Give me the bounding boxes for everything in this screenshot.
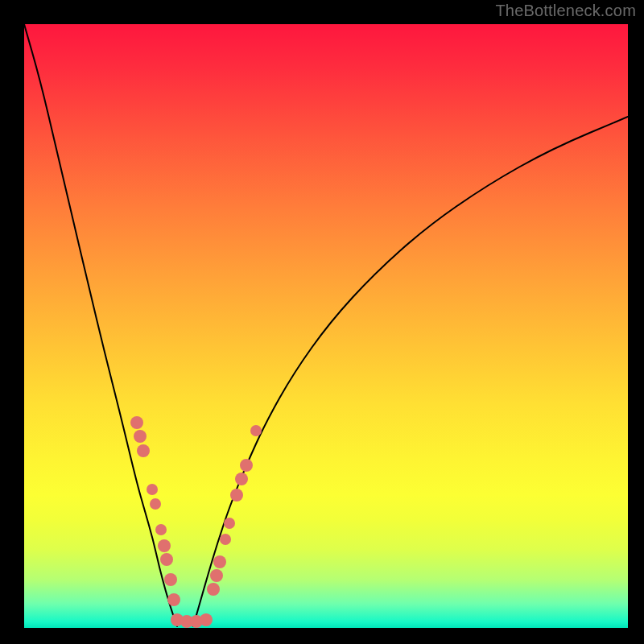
bead-marker xyxy=(200,613,213,626)
watermark-text: TheBottleneck.com xyxy=(495,2,636,20)
chart-stage: TheBottleneck.com xyxy=(0,0,644,644)
bead-marker xyxy=(250,425,262,436)
bead-marker xyxy=(150,498,161,510)
right-curve xyxy=(193,117,628,626)
bead-marker xyxy=(220,534,231,545)
bead-marker xyxy=(167,593,180,606)
bead-marker xyxy=(134,430,147,443)
bead-marker xyxy=(240,459,253,472)
bead-marker xyxy=(224,518,235,529)
bead-marker xyxy=(210,569,223,582)
left-curve xyxy=(24,24,177,626)
bead-group xyxy=(130,416,262,628)
bead-marker xyxy=(207,583,220,596)
bead-marker xyxy=(137,444,150,457)
bead-marker xyxy=(158,539,171,552)
bead-marker xyxy=(235,473,248,485)
bead-marker xyxy=(147,484,158,495)
bead-marker xyxy=(164,573,177,586)
bead-marker xyxy=(230,489,243,502)
bead-marker xyxy=(213,555,226,568)
bead-marker xyxy=(130,416,143,429)
curves-svg xyxy=(24,24,628,628)
bead-marker xyxy=(160,553,173,566)
plot-area xyxy=(24,24,628,628)
bead-marker xyxy=(155,524,167,535)
